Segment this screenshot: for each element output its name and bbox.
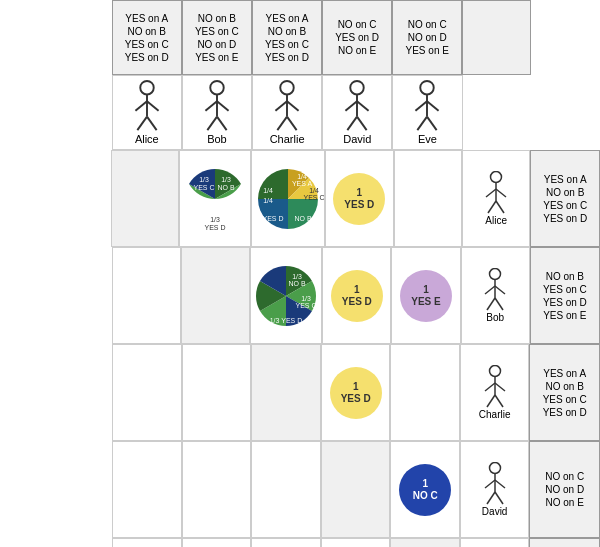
svg-text:1/4: 1/4 bbox=[263, 197, 273, 204]
svg-line-17 bbox=[287, 117, 297, 130]
svg-line-59 bbox=[487, 298, 495, 310]
alice-row-left-empty bbox=[0, 150, 111, 247]
svg-line-4 bbox=[137, 117, 147, 130]
top-left-empty bbox=[0, 0, 112, 75]
right-label-bob: NO on BYES on CYES on DYES on E bbox=[530, 247, 600, 344]
david-row-left-empty bbox=[0, 441, 112, 538]
pie-bob-charlie: 1/3 NO B 1/3 YES C 1/3 YES D bbox=[251, 261, 321, 331]
svg-text:1/4: 1/4 bbox=[263, 187, 273, 194]
svg-text:1/3: 1/3 bbox=[199, 176, 209, 183]
svg-line-69 bbox=[485, 480, 495, 488]
svg-line-46 bbox=[486, 189, 496, 197]
svg-line-8 bbox=[205, 101, 217, 111]
left-empty bbox=[0, 75, 112, 150]
svg-line-9 bbox=[217, 101, 229, 111]
cell-david-alice bbox=[112, 441, 181, 538]
cell-charlie-bob bbox=[182, 344, 251, 441]
person-alice-top: Alice bbox=[112, 75, 182, 150]
svg-line-23 bbox=[357, 117, 367, 130]
right-person-charlie: Charlie bbox=[460, 344, 529, 441]
svg-text:YES D: YES D bbox=[205, 224, 226, 231]
eve-name-top: Eve bbox=[418, 133, 437, 145]
bob-name-right: Bob bbox=[486, 312, 504, 323]
cell-alice-charlie: 1/4 YES A 1/4 YES C NO B YES D 1/4 1/4 bbox=[251, 150, 325, 247]
charlie-row-left-empty bbox=[0, 344, 112, 441]
circle-bob-david: 1YES D bbox=[331, 270, 383, 322]
svg-text:1/3: 1/3 bbox=[301, 295, 311, 302]
cell-charlie-charlie bbox=[251, 344, 320, 441]
alice-name-top: Alice bbox=[135, 133, 159, 145]
svg-line-64 bbox=[495, 383, 505, 391]
svg-line-57 bbox=[485, 286, 495, 294]
svg-line-47 bbox=[496, 189, 506, 197]
svg-line-48 bbox=[488, 201, 496, 213]
cell-eve-bob bbox=[182, 538, 251, 547]
cell-bob-alice bbox=[112, 247, 181, 344]
svg-text:YES D: YES D bbox=[263, 215, 284, 222]
svg-text:NO B: NO B bbox=[218, 184, 235, 191]
charlie-name-top: Charlie bbox=[270, 133, 305, 145]
svg-line-11 bbox=[217, 117, 227, 130]
pie-alice-charlie: 1/4 YES A 1/4 YES C NO B YES D 1/4 1/4 bbox=[252, 163, 324, 235]
svg-text:YES A: YES A bbox=[292, 180, 313, 187]
right-label-david: NO on CNO on DNO on E bbox=[529, 441, 600, 538]
cell-david-david bbox=[321, 441, 390, 538]
svg-text:1/4: 1/4 bbox=[297, 173, 307, 180]
svg-text:YES C: YES C bbox=[304, 194, 325, 201]
cell-eve-charlie bbox=[251, 538, 320, 547]
svg-point-55 bbox=[490, 269, 501, 280]
cell-bob-eve: 1YES E bbox=[391, 247, 460, 344]
svg-point-18 bbox=[351, 81, 364, 94]
right-person-alice: Alice bbox=[462, 150, 530, 247]
cell-charlie-eve bbox=[390, 344, 459, 441]
bob-name-top: Bob bbox=[207, 133, 227, 145]
right-person-bob: Bob bbox=[461, 247, 530, 344]
svg-line-63 bbox=[485, 383, 495, 391]
svg-line-72 bbox=[495, 492, 503, 504]
bob-figure-right bbox=[479, 268, 511, 312]
alice-figure-top bbox=[127, 80, 167, 133]
svg-text:1/3: 1/3 bbox=[210, 216, 220, 223]
alice-name-right: Alice bbox=[485, 215, 507, 226]
svg-line-71 bbox=[487, 492, 495, 504]
circle-david-eve: 1NO C bbox=[399, 464, 451, 516]
cell-charlie-alice bbox=[112, 344, 181, 441]
svg-line-26 bbox=[416, 101, 428, 111]
charlie-name-right: Charlie bbox=[479, 409, 511, 420]
svg-point-44 bbox=[491, 172, 502, 183]
david-name-right: David bbox=[482, 506, 508, 517]
svg-line-20 bbox=[346, 101, 358, 111]
cell-bob-bob bbox=[181, 247, 250, 344]
svg-line-5 bbox=[147, 117, 157, 130]
svg-line-70 bbox=[495, 480, 505, 488]
cell-alice-alice bbox=[111, 150, 179, 247]
col-header-charlie: YES on ANO on BYES on CYES on D bbox=[252, 0, 322, 75]
pie-alice-bob: 1/3 NO B 1/3 YES C 1/3 YES D bbox=[180, 164, 250, 234]
svg-line-21 bbox=[357, 101, 369, 111]
cell-david-charlie bbox=[251, 441, 320, 538]
bob-figure-top bbox=[197, 80, 237, 133]
col-header-david: NO on CYES on DNO on E bbox=[322, 0, 392, 75]
svg-point-6 bbox=[210, 81, 223, 94]
right-label-alice: YES on ANO on BYES on CYES on D bbox=[530, 150, 600, 247]
svg-text:1/3: 1/3 bbox=[292, 273, 302, 280]
svg-line-66 bbox=[495, 395, 503, 407]
corner-empty bbox=[531, 0, 600, 75]
cell-david-eve: 1NO C bbox=[390, 441, 459, 538]
circle-charlie-david: 1YES D bbox=[330, 367, 382, 419]
cell-bob-charlie: 1/3 NO B 1/3 YES C 1/3 YES D bbox=[250, 247, 322, 344]
svg-text:NO B: NO B bbox=[289, 280, 306, 287]
svg-text:NO B: NO B bbox=[295, 215, 312, 222]
eve-figure-top bbox=[407, 80, 447, 133]
svg-text:1/3 YES D: 1/3 YES D bbox=[270, 317, 303, 324]
right-label-eve: NO on CNO on DYES on E bbox=[529, 538, 600, 547]
svg-point-61 bbox=[489, 366, 500, 377]
person-charlie-top: Charlie bbox=[252, 75, 322, 150]
svg-line-16 bbox=[277, 117, 287, 130]
cell-eve-eve bbox=[390, 538, 459, 547]
svg-line-22 bbox=[348, 117, 358, 130]
svg-point-24 bbox=[421, 81, 434, 94]
col-header-eve: NO on CNO on DYES on E bbox=[392, 0, 462, 75]
svg-line-14 bbox=[276, 101, 288, 111]
bob-row-left-empty bbox=[0, 247, 112, 344]
